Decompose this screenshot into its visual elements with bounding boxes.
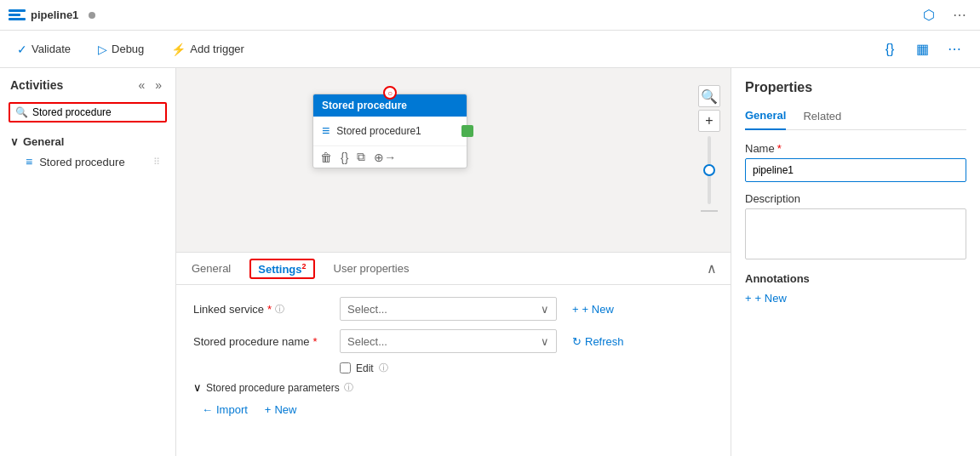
edit-info-icon: ⓘ (379, 362, 388, 374)
node-delete-icon[interactable]: 🗑 (320, 151, 332, 164)
edit-row: Edit ⓘ (340, 362, 714, 374)
sidebar-collapse-icon[interactable]: « (135, 77, 148, 94)
zoom-controls: 🔍 + (698, 85, 720, 214)
canvas: ○ Stored procedure ≡ Stored procedure1 🗑… (176, 68, 731, 252)
refresh-button[interactable]: ↻ Refresh (567, 333, 629, 351)
app-logo: pipeline1 (9, 9, 78, 21)
unsaved-dot (89, 12, 95, 19)
tab-general[interactable]: General (190, 255, 232, 283)
edit-label: Edit (356, 362, 374, 374)
props-description-input[interactable] (745, 208, 966, 259)
top-bar-title: pipeline1 (31, 9, 78, 21)
plus-icon: + (572, 303, 579, 316)
sidebar: Activities « » 🔍 ∨ General ≡ Stored proc… (0, 68, 176, 456)
stored-procedure-icon: ≡ (26, 155, 32, 168)
debug-button[interactable]: ▷ Debug (93, 39, 149, 60)
props-name-label: Name * (745, 142, 966, 155)
trigger-icon: ⚡ (171, 43, 186, 56)
logo-icon (9, 9, 26, 21)
annotations-new-button[interactable]: + + New (745, 292, 787, 305)
zoom-plus-icon[interactable]: + (698, 110, 720, 132)
zoom-search-icon[interactable]: 🔍 (698, 85, 720, 107)
debug-icon: ▷ (98, 43, 107, 56)
node-arrow-right-icon[interactable]: ⊕→ (374, 151, 396, 164)
zoom-slider[interactable] (708, 136, 711, 204)
node-copy-icon[interactable]: ⧉ (357, 150, 365, 164)
sp-params-chevron-down-icon: ∨ (193, 381, 202, 394)
activity-node-name: Stored procedure1 (336, 125, 421, 137)
props-name-field: Name * (745, 142, 966, 182)
node-connector-right (461, 125, 473, 137)
sp-select-chevron-down-icon: ∨ (541, 335, 549, 348)
search-input[interactable] (32, 106, 160, 118)
monitor-icon[interactable]: ▦ (908, 36, 936, 63)
more-options-icon[interactable]: ⋯ (948, 3, 971, 27)
sidebar-header: Activities « » (0, 68, 175, 99)
import-icon: ← (202, 403, 213, 416)
code-icon[interactable]: {} (876, 36, 903, 63)
properties-title: Properties (745, 80, 966, 95)
linked-service-select[interactable]: Select... ∨ (340, 297, 557, 321)
toolbar-more-icon[interactable]: ⋯ (941, 36, 968, 63)
properties-panel: Properties General Related Name * Descri… (731, 68, 980, 456)
linked-service-label: Linked service * ⓘ (193, 303, 330, 316)
sidebar-item-stored-procedure[interactable]: ≡ Stored procedure ⠿ (9, 151, 167, 173)
sidebar-expand-icon[interactable]: » (152, 77, 165, 94)
sp-params-label: Stored procedure parameters (206, 382, 340, 394)
sidebar-actions: « » (135, 77, 165, 94)
props-annotations-title: Annotations (745, 272, 966, 285)
activity-icon: ≡ (322, 123, 330, 139)
node-code-icon[interactable]: {} (341, 151, 348, 164)
tab-settings[interactable]: Settings2 (249, 259, 314, 279)
sp-params-actions: ← Import + New (202, 401, 714, 419)
bottom-panel-content: Linked service * ⓘ Select... ∨ + + New (176, 285, 731, 430)
sp-name-label: Stored procedure name * (193, 335, 330, 348)
add-trigger-button[interactable]: ⚡ Add trigger (166, 39, 249, 60)
refresh-icon: ↻ (572, 335, 582, 348)
properties-tabs: General Related (745, 105, 966, 130)
drag-handle-icon: ⠿ (153, 157, 160, 168)
expand-icon[interactable]: ⬡ (917, 3, 941, 27)
validate-button[interactable]: ✓ Validate (12, 39, 76, 60)
import-button[interactable]: ← Import (202, 401, 248, 419)
edit-checkbox[interactable] (340, 362, 351, 373)
activity-node: ○ Stored procedure ≡ Stored procedure1 🗑… (312, 94, 467, 168)
sp-params-info-icon: ⓘ (344, 381, 353, 394)
annotations-plus-icon: + (745, 292, 752, 305)
search-icon: 🔍 (15, 106, 28, 118)
linked-service-new-button[interactable]: + + New (567, 300, 619, 318)
sp-name-select[interactable]: Select... ∨ (340, 329, 557, 353)
activity-node-footer: 🗑 {} ⧉ ⊕→ (313, 145, 467, 168)
props-description-field: Description (745, 192, 966, 262)
bottom-panel: General Settings2 User properties ∧ Link… (176, 252, 731, 456)
sp-params-section-header[interactable]: ∨ Stored procedure parameters ⓘ (193, 381, 714, 394)
sp-plus-icon: + (265, 403, 272, 416)
top-bar: pipeline1 ⬡ ⋯ (0, 0, 980, 31)
toolbar: ✓ Validate ▷ Debug ⚡ Add trigger {} ▦ ⋯ (0, 31, 980, 68)
props-tab-general[interactable]: General (745, 105, 786, 130)
top-bar-icons: ⬡ ⋯ (917, 3, 971, 27)
section-chevron-down-icon: ∨ (10, 135, 19, 148)
linked-service-row: Linked service * ⓘ Select... ∨ + + New (193, 297, 714, 321)
props-description-label: Description (745, 192, 966, 205)
sidebar-section-general: ∨ General ≡ Stored procedure ⠿ (0, 129, 175, 176)
props-tab-related[interactable]: Related (803, 105, 841, 130)
node-connector-top: ○ (383, 86, 397, 100)
validate-icon: ✓ (17, 43, 27, 56)
select-chevron-down-icon: ∨ (541, 303, 549, 316)
bottom-panel-tabs: General Settings2 User properties ∧ (176, 253, 731, 285)
props-annotations-field: Annotations + + New (745, 272, 966, 305)
zoom-slider-handle[interactable] (703, 164, 715, 176)
sp-name-row: Stored procedure name * Select... ∨ ↻ Re… (193, 329, 714, 353)
zoom-divider (701, 210, 718, 212)
linked-service-info-icon: ⓘ (275, 303, 284, 316)
sp-params-new-button[interactable]: + New (260, 401, 302, 419)
main-area: Activities « » 🔍 ∨ General ≡ Stored proc… (0, 68, 980, 456)
tab-user-properties[interactable]: User properties (332, 255, 411, 283)
sidebar-section-header[interactable]: ∨ General (9, 133, 167, 151)
panel-close-icon[interactable]: ∧ (707, 260, 717, 276)
props-name-input[interactable] (745, 158, 966, 182)
search-box: 🔍 (9, 102, 167, 123)
activity-node-body: ≡ Stored procedure1 (313, 117, 467, 145)
sidebar-title: Activities (10, 78, 63, 92)
